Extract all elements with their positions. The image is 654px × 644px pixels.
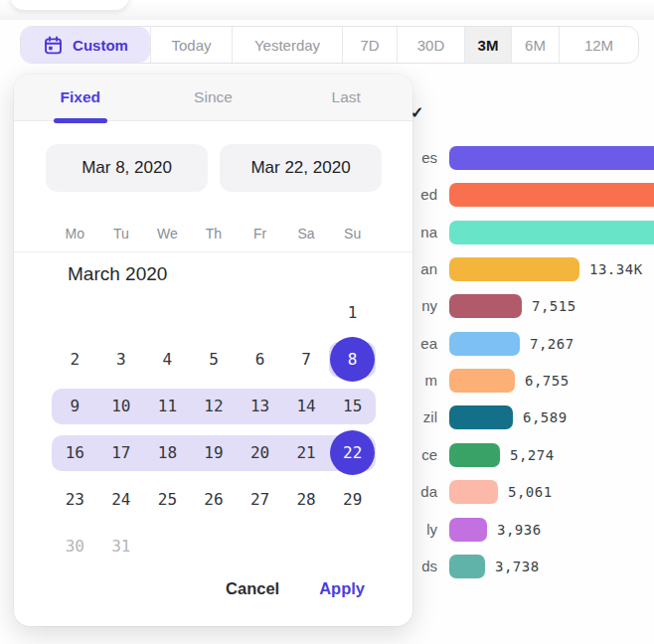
calendar-week-row: 16171819202122 — [52, 429, 376, 476]
day-number: 3 — [116, 350, 126, 369]
calendar-day-29[interactable]: 29 — [329, 476, 376, 523]
calendar-day-23[interactable]: 23 — [52, 476, 98, 523]
calendar-empty-cell — [329, 523, 376, 569]
toolbar-segment-30d[interactable]: 30D — [397, 27, 464, 63]
day-number: 12 — [204, 397, 223, 415]
calendar-day-17[interactable]: 17 — [98, 429, 145, 476]
calendar-grid: 1234567891011121314151617181920212223242… — [52, 289, 376, 569]
calendar-day-12[interactable]: 12 — [191, 383, 238, 429]
chart-bar[interactable] — [449, 443, 500, 467]
end-date-input[interactable]: Mar 22, 2020 — [220, 144, 382, 192]
tab-since[interactable]: Since — [147, 75, 280, 120]
day-number: 24 — [111, 490, 130, 509]
apply-button[interactable]: Apply — [319, 579, 365, 598]
calendar-empty-cell — [237, 523, 283, 569]
calendar-empty-cell — [144, 289, 191, 336]
tab-fixed[interactable]: Fixed — [14, 75, 147, 120]
chart-bar[interactable] — [449, 405, 513, 429]
calendar-day-22[interactable]: 22 — [329, 429, 376, 476]
tab-last[interactable]: Last — [279, 75, 412, 120]
day-number: 2 — [70, 350, 80, 369]
chart-bar[interactable] — [449, 518, 487, 542]
calendar-week-cells: 23242526272829 — [52, 476, 376, 523]
calendar-empty-cell — [283, 523, 330, 569]
date-picker-popup: FixedSinceLast Mar 8, 2020 Mar 22, 2020 … — [14, 75, 412, 626]
toolbar-segment-6m[interactable]: 6M — [511, 27, 559, 63]
calendar-empty-cell — [52, 289, 98, 336]
calendar-day-1[interactable]: 1 — [329, 289, 376, 336]
calendar-week-cells: 9101112131415 — [52, 383, 376, 429]
custom-range-label: Custom — [73, 37, 128, 54]
calendar-empty-cell — [237, 289, 283, 336]
page: esednaan13.34Kny7,515ea7,267m6,755zil6,5… — [0, 0, 654, 644]
toolbar-segment-7d[interactable]: 7D — [342, 27, 397, 63]
calendar-week-row: 23242526272829 — [52, 476, 376, 523]
calendar-day-9[interactable]: 9 — [52, 383, 98, 429]
toolbar-segment-yesterday[interactable]: Yesterday — [232, 27, 342, 63]
calendar-day-2[interactable]: 2 — [52, 336, 98, 383]
toolbar-segment-12m[interactable]: 12M — [559, 27, 638, 63]
calendar-day-27[interactable]: 27 — [237, 476, 283, 523]
chart-bar[interactable] — [449, 332, 520, 356]
calendar-empty-cell — [191, 289, 238, 336]
calendar-week-cells: 1 — [52, 289, 376, 336]
calendar-day-10[interactable]: 10 — [98, 383, 145, 429]
day-number: 9 — [70, 397, 80, 415]
calendar-day-30: 30 — [52, 523, 98, 569]
weekday-mo: Mo — [52, 224, 98, 243]
calendar-day-4[interactable]: 4 — [144, 336, 191, 383]
calendar-day-8[interactable]: 8 — [329, 336, 376, 383]
calendar-day-13[interactable]: 13 — [237, 383, 283, 429]
calendar-empty-cell — [98, 289, 145, 336]
date-range-toolbar: Custom TodayYesterday7D30D3M6M12M — [20, 26, 639, 64]
calendar-day-20[interactable]: 20 — [237, 429, 283, 476]
calendar-day-6[interactable]: 6 — [237, 336, 283, 383]
day-number: 8 — [330, 337, 375, 382]
calendar-day-3[interactable]: 3 — [98, 336, 145, 383]
chart-bar-value: 6,589 — [523, 405, 568, 429]
calendar-day-25[interactable]: 25 — [144, 476, 191, 523]
calendar-day-21[interactable]: 21 — [283, 429, 330, 476]
chart-bar-value: 6,755 — [525, 369, 570, 393]
calendar-day-24[interactable]: 24 — [98, 476, 145, 523]
day-number: 22 — [330, 430, 375, 475]
calendar-day-7[interactable]: 7 — [283, 336, 330, 383]
calendar-day-11[interactable]: 11 — [144, 383, 191, 429]
date-picker-tabs: FixedSinceLast — [14, 75, 412, 121]
day-number: 16 — [66, 443, 84, 462]
chart-bar[interactable] — [449, 480, 498, 504]
calendar-empty-cell — [144, 523, 191, 569]
toolbar-segment-today[interactable]: Today — [150, 27, 232, 63]
day-number: 17 — [111, 443, 130, 462]
start-date-input[interactable]: Mar 8, 2020 — [46, 144, 208, 192]
calendar-day-26[interactable]: 26 — [191, 476, 238, 523]
chart-bar-value: 3,738 — [495, 555, 540, 578]
chart-bar[interactable] — [449, 221, 654, 244]
calendar-week-cells: 3031 — [52, 523, 376, 569]
day-number: 26 — [204, 490, 223, 509]
calendar-week-cells: 2345678 — [52, 336, 376, 383]
cancel-button[interactable]: Cancel — [226, 579, 279, 598]
day-number: 29 — [343, 490, 362, 509]
calendar-day-16[interactable]: 16 — [52, 429, 98, 476]
custom-range-button[interactable]: Custom — [21, 27, 150, 63]
chart-bar[interactable] — [449, 257, 579, 281]
calendar-empty-cell — [283, 289, 330, 336]
calendar-day-19[interactable]: 19 — [191, 429, 238, 476]
day-number: 21 — [296, 443, 315, 462]
chart-bar[interactable] — [449, 555, 485, 578]
chart-bar[interactable] — [449, 369, 515, 393]
chart-bar[interactable] — [449, 183, 654, 207]
chart-bar[interactable] — [449, 294, 522, 318]
calendar-day-14[interactable]: 14 — [283, 383, 330, 429]
weekday-tu: Tu — [98, 224, 145, 243]
chart-bar[interactable] — [449, 146, 654, 170]
toolbar-segment-3m[interactable]: 3M — [464, 27, 511, 63]
date-picker-footer: Cancel Apply — [14, 579, 412, 598]
day-number: 10 — [111, 397, 130, 415]
calendar-day-5[interactable]: 5 — [191, 336, 238, 383]
calendar-empty-cell — [191, 523, 238, 569]
calendar-day-28[interactable]: 28 — [283, 476, 330, 523]
calendar-day-18[interactable]: 18 — [144, 429, 191, 476]
calendar-day-15[interactable]: 15 — [329, 383, 376, 429]
